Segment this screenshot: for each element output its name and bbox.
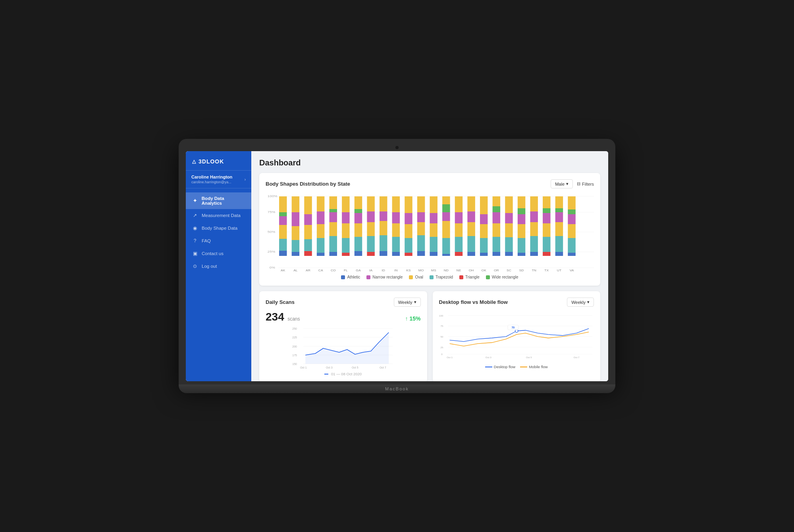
daily-scans-period-button[interactable]: Weekly ▾ bbox=[394, 298, 421, 307]
svg-rect-30 bbox=[317, 238, 324, 253]
svg-rect-96 bbox=[442, 196, 450, 204]
card-controls: Male ▾ ⊟ Filters bbox=[551, 179, 594, 188]
svg-rect-27 bbox=[304, 196, 312, 214]
svg-rect-44 bbox=[342, 223, 349, 238]
legend-desktop-flow: Desktop flow bbox=[485, 365, 515, 369]
svg-rect-130 bbox=[518, 238, 525, 253]
svg-text:25%: 25% bbox=[268, 250, 276, 254]
daily-scans-summary: 234 scans ↑ 15% bbox=[266, 311, 421, 323]
scan-count: 234 bbox=[266, 311, 284, 323]
sidebar-item-contact-us[interactable]: ▣ Contact us bbox=[186, 247, 251, 260]
legend-label-athletic: Athletic bbox=[347, 275, 360, 279]
svg-rect-157 bbox=[568, 238, 575, 253]
measurement-icon: ↗ bbox=[192, 213, 198, 218]
screen-bezel: △ 3DLOOK Caroline Harrington caroline.ha… bbox=[179, 139, 615, 384]
svg-rect-146 bbox=[543, 208, 550, 213]
legend-dot-trapezoid bbox=[430, 275, 434, 279]
sidebar-item-measurement-data[interactable]: ↗ Measurement Data bbox=[186, 209, 251, 222]
svg-text:75%: 75% bbox=[268, 210, 276, 214]
svg-rect-156 bbox=[568, 253, 575, 256]
desktop-mobile-chart: 100 75 50 25 0 bbox=[439, 311, 594, 362]
svg-rect-89 bbox=[430, 196, 437, 213]
scan-change-value: 15% bbox=[409, 315, 420, 322]
svg-text:KS: KS bbox=[406, 269, 410, 272]
svg-rect-144 bbox=[543, 223, 550, 237]
laptop-brand: MacBook bbox=[385, 386, 409, 391]
svg-text:IN: IN bbox=[394, 269, 397, 272]
sidebar-item-body-data-analytics[interactable]: ✦ Body Data Analytics bbox=[186, 192, 251, 209]
page-title: Dashboard bbox=[259, 158, 600, 167]
laptop-screen: △ 3DLOOK Caroline Harrington caroline.ha… bbox=[186, 151, 608, 381]
svg-text:Oct 5: Oct 5 bbox=[352, 366, 358, 369]
svg-rect-57 bbox=[367, 222, 374, 236]
svg-rect-13 bbox=[279, 216, 287, 225]
sidebar-item-label: Measurement Data bbox=[202, 213, 241, 218]
svg-text:FL: FL bbox=[344, 269, 348, 272]
svg-rect-138 bbox=[530, 222, 538, 236]
svg-text:NE: NE bbox=[457, 269, 461, 272]
user-info: Caroline Harrington caroline.harrington@… bbox=[191, 175, 245, 184]
svg-rect-26 bbox=[304, 214, 312, 225]
legend-trapezoid: Trapezoid bbox=[430, 275, 453, 279]
svg-rect-51 bbox=[355, 213, 362, 223]
body-shape-icon: ◉ bbox=[192, 225, 198, 231]
svg-rect-42 bbox=[342, 253, 349, 256]
sidebar-item-label: FAQ bbox=[202, 238, 211, 243]
user-profile[interactable]: Caroline Harrington caroline.harrington@… bbox=[186, 170, 251, 188]
gender-dropdown-icon: ▾ bbox=[566, 181, 569, 186]
sidebar-item-faq[interactable]: ? FAQ bbox=[186, 234, 251, 247]
svg-rect-93 bbox=[442, 221, 450, 238]
svg-rect-147 bbox=[543, 196, 550, 208]
svg-rect-121 bbox=[493, 196, 500, 206]
svg-text:175: 175 bbox=[292, 354, 297, 357]
gender-filter-button[interactable]: Male ▾ bbox=[551, 179, 573, 188]
svg-text:0: 0 bbox=[441, 353, 443, 355]
desktop-flow-line bbox=[485, 367, 492, 367]
svg-rect-120 bbox=[493, 206, 500, 212]
svg-text:AR: AR bbox=[306, 269, 310, 272]
svg-rect-10 bbox=[279, 251, 287, 256]
sidebar: △ 3DLOOK Caroline Harrington caroline.ha… bbox=[186, 151, 251, 381]
desktop-mobile-period-button[interactable]: Weekly ▾ bbox=[567, 298, 594, 307]
user-chevron-icon: › bbox=[245, 177, 246, 182]
svg-text:OK: OK bbox=[482, 269, 487, 272]
svg-text:50%: 50% bbox=[268, 230, 276, 234]
sidebar-item-label: Contact us bbox=[202, 251, 224, 256]
svg-rect-129 bbox=[518, 253, 525, 256]
sidebar-item-body-shape-data[interactable]: ◉ Body Shape Data bbox=[186, 222, 251, 234]
svg-rect-111 bbox=[480, 238, 488, 253]
svg-rect-119 bbox=[493, 212, 500, 223]
svg-rect-21 bbox=[292, 196, 299, 212]
legend-dot-triangle bbox=[459, 275, 463, 279]
sidebar-item-log-out[interactable]: ⊙ Log out bbox=[186, 260, 251, 273]
legend-mobile-flow: Mobile flow bbox=[520, 365, 548, 369]
user-name: Caroline Harrington bbox=[191, 175, 245, 179]
svg-rect-160 bbox=[568, 209, 575, 214]
desktop-mobile-title: Desktop flow vs Mobile flow bbox=[439, 299, 508, 305]
svg-text:70: 70 bbox=[511, 326, 515, 329]
daily-scans-period: Weekly bbox=[398, 300, 412, 305]
legend-label-narrow-rectangle: Narrow rectangle bbox=[372, 275, 403, 279]
svg-text:AK: AK bbox=[281, 269, 285, 272]
svg-rect-67 bbox=[392, 252, 400, 256]
svg-text:MS: MS bbox=[431, 269, 436, 272]
svg-rect-50 bbox=[355, 223, 362, 237]
svg-rect-132 bbox=[518, 214, 525, 224]
svg-rect-142 bbox=[543, 252, 550, 256]
legend-narrow-rectangle: Narrow rectangle bbox=[366, 275, 403, 279]
svg-rect-53 bbox=[355, 196, 362, 209]
svg-rect-85 bbox=[430, 252, 437, 256]
app-name: 3DLOOK bbox=[198, 158, 224, 165]
svg-rect-137 bbox=[530, 236, 538, 252]
svg-rect-69 bbox=[392, 223, 400, 237]
svg-rect-29 bbox=[317, 253, 324, 256]
filters-button[interactable]: ⊟ Filters bbox=[577, 181, 594, 186]
svg-rect-102 bbox=[455, 196, 463, 212]
svg-rect-134 bbox=[518, 196, 525, 208]
svg-text:75: 75 bbox=[440, 325, 443, 327]
svg-rect-140 bbox=[530, 196, 538, 211]
svg-text:Oct 1: Oct 1 bbox=[300, 366, 307, 369]
svg-rect-70 bbox=[392, 212, 400, 223]
gender-filter-label: Male bbox=[555, 182, 565, 186]
svg-text:225: 225 bbox=[292, 336, 297, 339]
